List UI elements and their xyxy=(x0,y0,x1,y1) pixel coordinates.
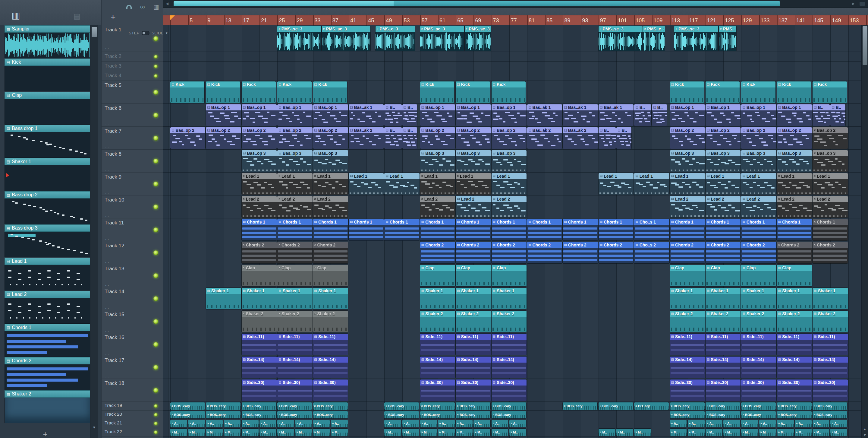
clip-bas-op-2[interactable]: ▤Bas..op 2 xyxy=(670,127,705,149)
clip-bas-op-3[interactable]: ▤Bas..op 3 xyxy=(777,150,812,172)
clip-chords-1[interactable]: ▤Chords 1 xyxy=(670,219,705,240)
clip-bas-op-2[interactable]: ▤Bas..op 2 xyxy=(706,127,741,149)
clip-b-[interactable]: ▤B.. xyxy=(598,127,616,149)
clip-m-[interactable]: »M.. xyxy=(509,429,526,436)
track-mute-led[interactable] xyxy=(154,404,158,408)
clip-pms-se-3[interactable]: »PMS..se_3 xyxy=(420,26,464,51)
clip-chords-1[interactable]: ▤Chords 1 xyxy=(741,219,776,240)
clip-bas-op-1[interactable]: ▤Bas..op 1 xyxy=(777,105,812,126)
clip-cho-s-2[interactable]: ▤Cho..s 2 xyxy=(634,242,669,263)
clip-m-[interactable]: »M.. xyxy=(706,429,722,436)
clip-cho-s-1[interactable]: ▤Cho..s 1 xyxy=(634,219,669,240)
clip-m-[interactable]: »M.. xyxy=(777,429,794,436)
clip-side-11-[interactable]: ▤Side..11) xyxy=(277,333,312,355)
clip-shaker-2[interactable]: ▤Shaker 2 xyxy=(420,311,455,332)
track-mute-led[interactable] xyxy=(154,431,158,434)
clip-bos-cary[interactable]: »BOS..cary xyxy=(313,411,348,418)
clip-m-[interactable]: »M.. xyxy=(741,429,758,436)
clip-bas-op-2[interactable]: ▤Bas..op 2 xyxy=(206,127,241,149)
track-header-track-12[interactable]: Track 12... xyxy=(101,241,163,264)
clip-bas-op-3[interactable]: ▤Bas..op 3 xyxy=(277,150,312,172)
clip-lead-2[interactable]: ×Lead 2 xyxy=(277,196,312,217)
pattern-header[interactable]: ▤Bass drop 3 xyxy=(4,225,90,232)
clip-side-14-[interactable]: ▤Side..14) xyxy=(277,356,312,378)
clip-bos-cary[interactable]: »BOS..cary xyxy=(492,411,526,418)
track-mute-led[interactable] xyxy=(153,159,158,164)
clip-chords-2[interactable]: ▤Chords 2 xyxy=(741,242,776,263)
clip-m-[interactable]: »M.. xyxy=(188,429,205,436)
clip-chords-2[interactable]: ▤Chords 2 xyxy=(598,242,633,263)
clip-side-11-[interactable]: ▤Side..11) xyxy=(313,333,348,355)
clip-kick[interactable]: ▤Kick xyxy=(277,82,311,103)
clip-chords-1[interactable]: ▤Chords 1 xyxy=(242,219,277,240)
clip-bas-op-1[interactable]: ▤Bas..op 1 xyxy=(670,105,705,126)
clip-a-[interactable]: »A.. xyxy=(473,420,490,427)
clip-clap[interactable]: ▤Clap xyxy=(741,265,776,286)
clip-a-[interactable]: »A.. xyxy=(759,420,776,427)
clip-bos-cary[interactable]: »BOS..cary xyxy=(563,402,597,410)
clip-side-30-[interactable]: ▤Side..30) xyxy=(741,379,776,401)
clip-bos-cary[interactable]: »BOS..cary xyxy=(598,402,633,410)
clip-a-[interactable]: »A.. xyxy=(402,420,419,427)
track-mute-led[interactable] xyxy=(153,36,158,41)
playlist-window-icon[interactable]: ▥ xyxy=(11,11,20,20)
clip-chords-1[interactable]: ▤Chords 1 xyxy=(384,219,419,240)
clip-shaker-1[interactable]: ▤Shaker 1 xyxy=(277,288,312,309)
clip-side-30-[interactable]: ▤Side..30) xyxy=(812,379,847,401)
clip-side-30-[interactable]: ▤Side..30) xyxy=(242,379,277,401)
grid-view-icon[interactable]: ▦ xyxy=(153,4,159,10)
clip-lead-1[interactable]: ▤Lead 1 xyxy=(741,173,776,195)
clip-side-14-[interactable]: ▤Side..14) xyxy=(456,356,491,378)
track-header-track-14[interactable]: Track 14... xyxy=(101,287,163,310)
clip-lead-1[interactable]: ▤Lead 1 xyxy=(384,173,419,195)
scroll-down-icon[interactable]: ▼ xyxy=(862,433,868,437)
clip-clap[interactable]: ×Clap xyxy=(313,265,348,286)
clip-m-[interactable]: »M.. xyxy=(830,429,847,436)
pattern-scrollbar[interactable]: ▼ xyxy=(90,25,98,438)
clip-lead-2[interactable]: ×Lead 2 xyxy=(777,196,812,217)
clip-pms-se-3[interactable]: »PMS..se_3 xyxy=(674,26,718,51)
clip-bos-cary[interactable]: »BOS..cary xyxy=(170,402,205,410)
clip-bos-cary[interactable]: »BOS..cary xyxy=(206,411,241,418)
clip-lead-1[interactable]: ×Lead 1 xyxy=(456,173,491,195)
clip-b-[interactable]: ▤B.. xyxy=(830,105,845,126)
track-mute-led[interactable] xyxy=(153,251,158,255)
clip-clap[interactable]: ×Clap xyxy=(277,265,312,286)
track-header-track-9[interactable]: Track 9... xyxy=(101,173,163,196)
clip-side-30-[interactable]: ▤Side..30) xyxy=(706,379,741,401)
playlist-lanes[interactable]: »PMS..se_3»PMS..se_3»PMS..e_3»PMS..se_3»… xyxy=(163,25,861,438)
clip-lead-1[interactable]: ×Lead 1 xyxy=(313,173,348,195)
clip-a-[interactable]: »A.. xyxy=(830,420,847,427)
clip-side-30-[interactable]: ▤Side..30) xyxy=(777,379,812,401)
clip-bos-cary[interactable]: »BOS..cary xyxy=(420,402,455,410)
clip-m-[interactable]: »M.. xyxy=(759,429,776,436)
clip-lead-1[interactable]: ▤Lead 1 xyxy=(706,173,741,195)
clip-pms-e-3[interactable]: »PMS..e_3 xyxy=(643,26,665,51)
clip-chords-2[interactable]: ▤Chords 2 xyxy=(563,242,598,263)
track-header-track-3[interactable]: Track 3 xyxy=(101,62,163,71)
track-header-track-1[interactable]: Track 1... xyxy=(101,25,163,52)
clip-chords-1[interactable]: ▤Chords 1 xyxy=(492,219,527,240)
clip-bas-op-3[interactable]: ▤Bas..op 3 xyxy=(706,150,741,172)
pattern-header[interactable]: ▤Kick xyxy=(4,59,90,66)
clip-bos-cary[interactable]: »BOS..cary xyxy=(492,402,526,410)
track-header-track-17[interactable]: Track 17... xyxy=(101,356,163,379)
clip-bas-ak-2[interactable]: ▤Bas..ak 2 xyxy=(527,127,562,149)
clip-a-[interactable]: »A.. xyxy=(812,420,830,427)
clip-m-[interactable]: »M.. xyxy=(812,429,830,436)
clip-m-[interactable]: »M.. xyxy=(438,429,455,436)
clip-a-[interactable]: »A.. xyxy=(206,420,223,427)
clip-kick[interactable]: ▤Kick xyxy=(170,82,204,103)
clip-b-[interactable]: ▤B.. xyxy=(384,127,401,149)
clip-bas-op-1[interactable]: ▤Bas..op 1 xyxy=(420,105,455,126)
clip-side-14-[interactable]: ▤Side..14) xyxy=(313,356,348,378)
clip-lead-1[interactable]: ▤Lead 1 xyxy=(634,173,669,195)
clip-bos-cary[interactable]: »BOS..cary xyxy=(777,411,812,418)
clip-side-11-[interactable]: ▤Side..11) xyxy=(706,333,741,355)
track-header-track-19[interactable]: Track 19 xyxy=(101,402,163,411)
clip-chords-1[interactable]: ▤Chords 1 xyxy=(349,219,384,240)
pattern-item-bass-drop-3[interactable]: ▤Bass drop 3 xyxy=(4,225,90,257)
clip-bas-op-2[interactable]: ×Bas..op 2 xyxy=(812,127,847,149)
track-mute-led[interactable] xyxy=(153,273,158,278)
clip-bos-cary[interactable]: »BOS..cary xyxy=(206,402,241,410)
